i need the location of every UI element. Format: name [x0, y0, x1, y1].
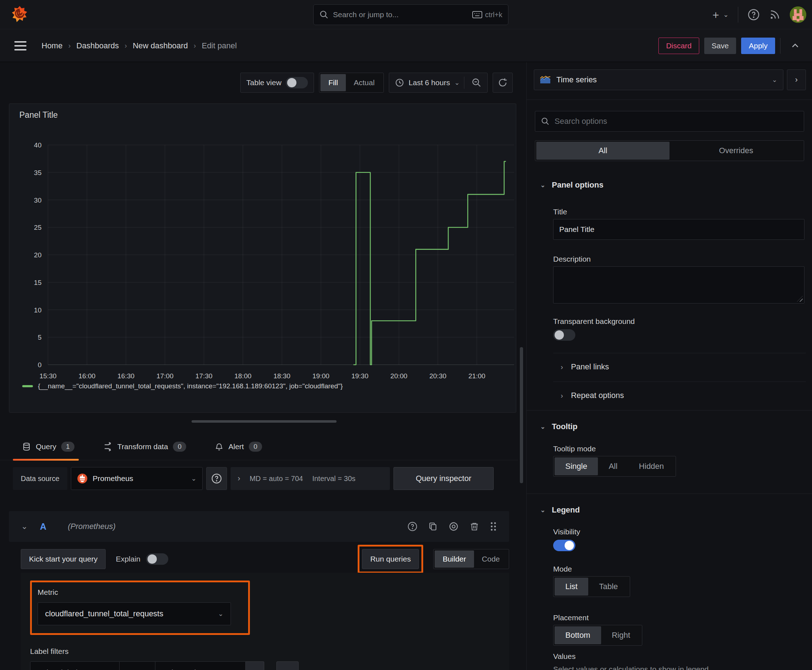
news-rss-icon[interactable] — [769, 9, 780, 20]
kick-start-button[interactable]: Kick start your query — [21, 549, 106, 569]
table-view-control: Table view — [240, 73, 314, 93]
section-panel-options[interactable]: ⌄ Panel options — [540, 180, 603, 189]
legend-mode-table[interactable]: Table — [588, 578, 629, 596]
select-value-dropdown[interactable]: Select value ⌄ — [155, 662, 246, 670]
chevron-down-icon[interactable]: ⌄ — [454, 79, 460, 86]
viz-name: Time series — [556, 75, 597, 85]
zoom-out-icon[interactable] — [469, 78, 485, 88]
legend-mode-list[interactable]: List — [554, 578, 588, 596]
shortcut-label: ctrl+k — [485, 11, 502, 19]
tab-alert[interactable]: Alert 0 — [205, 433, 271, 460]
shortcut-hint: ctrl+k — [472, 11, 502, 19]
panel-title-input[interactable]: Panel Title — [553, 219, 805, 240]
tab-alert-label: Alert — [229, 442, 244, 451]
menu-toggle-icon[interactable] — [14, 41, 27, 51]
metric-select[interactable]: cloudflared_tunnel_total_requests ⌄ — [37, 602, 231, 625]
divider — [527, 100, 812, 100]
legend-visibility-toggle[interactable] — [553, 540, 575, 551]
viz-suggestions-button[interactable]: › — [787, 69, 806, 90]
section-tooltip[interactable]: ⌄ Tooltip — [540, 422, 578, 431]
resize-corner-icon[interactable] — [797, 296, 803, 302]
legend-values-hint: Select values or calculations to show in… — [553, 665, 709, 670]
section-legend[interactable]: ⌄ Legend — [540, 505, 580, 515]
transform-icon — [103, 442, 112, 451]
discard-button[interactable]: Discard — [658, 37, 699, 54]
code-option[interactable]: Code — [474, 550, 508, 568]
chart-legend[interactable]: {__name__="cloudflared_tunnel_total_requ… — [22, 382, 342, 390]
collapse-query-icon[interactable]: ⌄ — [21, 522, 27, 531]
query-builder-body: Metric cloudflared_tunnel_total_requests… — [21, 573, 509, 670]
add-filter-button[interactable]: ＋ — [276, 662, 298, 670]
run-queries-button[interactable]: Run queries — [362, 549, 419, 569]
tooltip-mode-hidden[interactable]: Hidden — [628, 457, 675, 475]
tab-transform[interactable]: Transform data 0 — [94, 433, 195, 460]
query-ref-id: A — [40, 521, 46, 532]
tab-overrides[interactable]: Overrides — [670, 142, 803, 160]
user-avatar[interactable] — [790, 7, 806, 23]
table-view-toggle[interactable] — [286, 77, 308, 88]
time-series-chart[interactable]: 051015202530354015:3016:0016:3017:0017:3… — [9, 104, 517, 413]
prometheus-icon — [77, 473, 88, 484]
drag-query-grip-icon[interactable] — [490, 521, 497, 531]
panel-actions: Discard Save Apply — [658, 37, 805, 54]
section-repeat-options[interactable]: › Repeat options — [561, 391, 624, 400]
apply-button[interactable]: Apply — [741, 37, 775, 54]
builder-option[interactable]: Builder — [435, 550, 474, 568]
transparent-background-toggle[interactable] — [553, 329, 575, 341]
save-button[interactable]: Save — [704, 37, 736, 54]
time-range-label[interactable]: Last 6 hours — [409, 78, 450, 87]
svg-text:15: 15 — [34, 279, 42, 286]
tooltip-header-label: Tooltip — [552, 422, 578, 431]
delete-query-icon[interactable] — [470, 521, 479, 531]
breadcrumb-dashboards[interactable]: Dashboards — [76, 41, 119, 51]
chevron-right-icon: › — [561, 363, 563, 371]
legend-mode-segmented: List Table — [553, 576, 630, 597]
scrollbar[interactable] — [520, 347, 523, 483]
datasource-picker[interactable]: Prometheus ⌄ — [71, 467, 203, 490]
operator-dropdown[interactable]: = ⌄ — [120, 662, 155, 670]
select-label-dropdown[interactable]: Select label ⌄ — [30, 662, 120, 670]
svg-text:0: 0 — [37, 361, 42, 369]
options-search-input[interactable]: Search options — [535, 111, 804, 132]
svg-text:18:00: 18:00 — [234, 372, 252, 380]
toggle-visibility-icon[interactable] — [448, 521, 459, 531]
stats-interval: Interval = 30s — [312, 475, 356, 483]
legend-placement-label: Placement — [553, 613, 588, 622]
tab-all-options[interactable]: All — [536, 142, 670, 160]
breadcrumb-new-dashboard[interactable]: New dashboard — [133, 41, 188, 51]
tooltip-mode-single[interactable]: Single — [554, 457, 598, 475]
svg-text:20: 20 — [34, 251, 42, 259]
grafana-logo-icon[interactable] — [11, 5, 29, 24]
legend-placement-right[interactable]: Right — [601, 626, 641, 644]
global-search-input[interactable]: Search or jump to... ctrl+k — [313, 4, 509, 25]
query-inspector-button[interactable]: Query inspector — [393, 467, 494, 490]
query-toolbar: Kick start your query Explain Run querie… — [21, 546, 509, 572]
fill-option[interactable]: Fill — [320, 74, 346, 91]
explain-toggle[interactable] — [146, 553, 168, 565]
refresh-button[interactable] — [493, 73, 513, 93]
tooltip-mode-all[interactable]: All — [598, 457, 628, 475]
section-panel-links[interactable]: › Panel links — [561, 362, 609, 372]
actual-option[interactable]: Actual — [346, 74, 382, 91]
datasource-row: Data source Prometheus ⌄ › MD = auto = 7… — [13, 467, 511, 490]
breadcrumb-home[interactable]: Home — [42, 41, 63, 51]
description-textarea[interactable] — [553, 266, 805, 303]
query-help-icon[interactable] — [407, 521, 417, 531]
resize-drag-handle[interactable] — [192, 420, 337, 423]
help-icon[interactable] — [748, 8, 760, 21]
tab-query[interactable]: Query 1 — [13, 433, 84, 460]
datasource-help-button[interactable] — [206, 467, 227, 490]
query-row-header[interactable]: ⌄ A (Prometheus) — [9, 511, 509, 542]
new-menu-button[interactable]: ＋⌄ — [710, 7, 729, 22]
stats-max-datapoints: MD = auto = 704 — [249, 475, 303, 483]
remove-filter-button[interactable]: ✕ — [246, 662, 264, 670]
chevron-right-icon[interactable]: › — [238, 474, 240, 483]
duplicate-query-icon[interactable] — [428, 521, 437, 531]
svg-text:16:30: 16:30 — [117, 372, 135, 380]
visualization-picker[interactable]: Time series ⌄ — [534, 69, 783, 90]
title-label: Title — [553, 208, 567, 216]
legend-header-label: Legend — [552, 505, 580, 515]
collapse-header-icon[interactable] — [785, 41, 805, 51]
legend-placement-bottom[interactable]: Bottom — [554, 626, 601, 644]
legend-mode-label: Mode — [553, 565, 572, 574]
